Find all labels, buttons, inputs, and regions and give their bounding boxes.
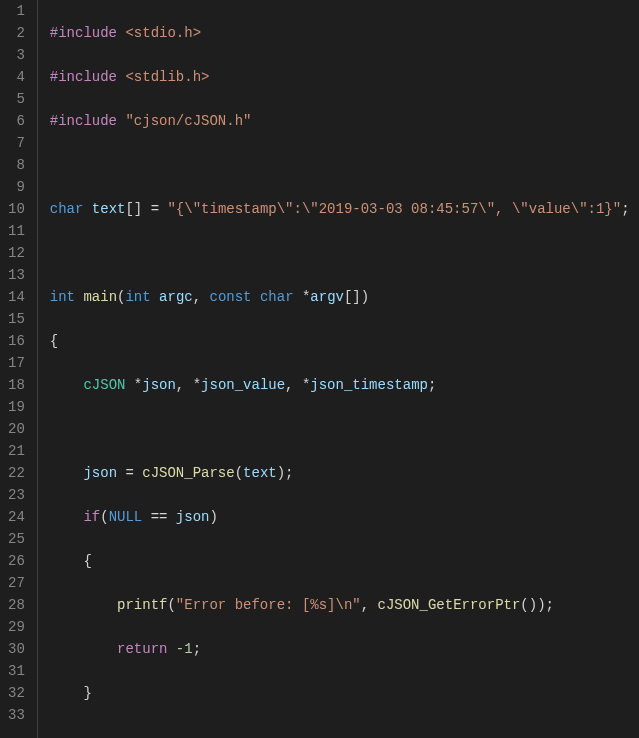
code-line[interactable]	[50, 418, 639, 440]
code-editor[interactable]: #include <stdio.h> #include <stdlib.h> #…	[38, 0, 639, 738]
line-number: 1	[8, 0, 25, 22]
line-number: 25	[8, 528, 25, 550]
line-number: 2	[8, 22, 25, 44]
line-number: 16	[8, 330, 25, 352]
code-line[interactable]: char text[] = "{\"timestamp\":\"2019-03-…	[50, 198, 639, 220]
code-line[interactable]: {	[50, 330, 639, 352]
line-number: 23	[8, 484, 25, 506]
code-line[interactable]	[50, 154, 639, 176]
code-line[interactable]	[50, 726, 639, 738]
line-number: 32	[8, 682, 25, 704]
line-number: 5	[8, 88, 25, 110]
line-number: 22	[8, 462, 25, 484]
code-line[interactable]	[50, 242, 639, 264]
line-number: 30	[8, 638, 25, 660]
line-number: 31	[8, 660, 25, 682]
line-number: 10	[8, 198, 25, 220]
line-number: 26	[8, 550, 25, 572]
code-line[interactable]: json = cJSON_Parse(text);	[50, 462, 639, 484]
line-number: 7	[8, 132, 25, 154]
line-number: 8	[8, 154, 25, 176]
line-number: 6	[8, 110, 25, 132]
line-number: 19	[8, 396, 25, 418]
line-number: 3	[8, 44, 25, 66]
code-line[interactable]: cJSON *json, *json_value, *json_timestam…	[50, 374, 639, 396]
code-line[interactable]: #include <stdio.h>	[50, 22, 639, 44]
line-number: 17	[8, 352, 25, 374]
code-line[interactable]: if(NULL == json)	[50, 506, 639, 528]
code-line[interactable]: printf("Error before: [%s]\n", cJSON_Get…	[50, 594, 639, 616]
line-number: 27	[8, 572, 25, 594]
code-line[interactable]: return -1;	[50, 638, 639, 660]
line-number: 9	[8, 176, 25, 198]
line-number: 21	[8, 440, 25, 462]
line-number: 11	[8, 220, 25, 242]
line-number: 24	[8, 506, 25, 528]
line-number: 29	[8, 616, 25, 638]
code-line[interactable]: }	[50, 682, 639, 704]
code-line[interactable]: #include <stdlib.h>	[50, 66, 639, 88]
line-number: 4	[8, 66, 25, 88]
line-number: 15	[8, 308, 25, 330]
line-number: 18	[8, 374, 25, 396]
line-number-gutter: 1 2 3 4 5 6 7 8 9 10 11 12 13 14 15 16 1…	[0, 0, 38, 738]
line-number: 28	[8, 594, 25, 616]
line-number: 14	[8, 286, 25, 308]
line-number: 20	[8, 418, 25, 440]
line-number: 13	[8, 264, 25, 286]
code-line[interactable]: int main(int argc, const char *argv[])	[50, 286, 639, 308]
line-number: 33	[8, 704, 25, 726]
code-line[interactable]: #include "cjson/cJSON.h"	[50, 110, 639, 132]
line-number: 12	[8, 242, 25, 264]
code-line[interactable]: {	[50, 550, 639, 572]
